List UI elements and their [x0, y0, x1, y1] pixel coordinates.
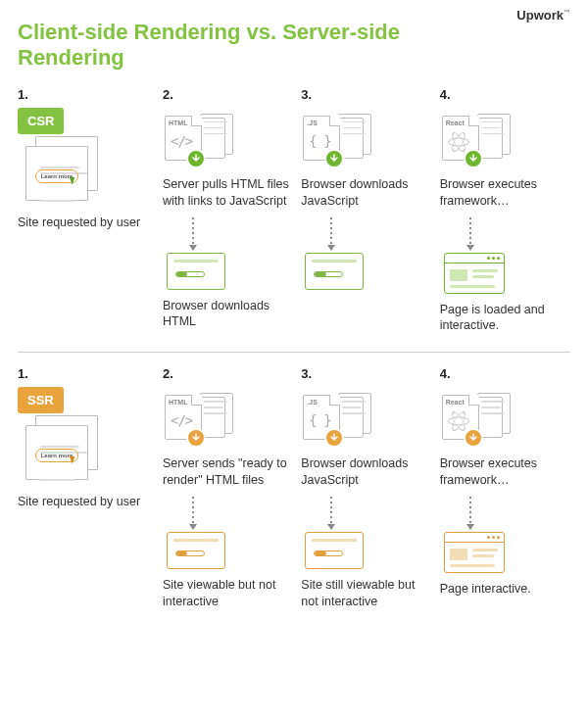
react-atom-icon — [448, 410, 469, 432]
step-caption: Browser downloads HTML — [163, 298, 293, 331]
download-icon — [186, 149, 206, 168]
step-number: 1. — [18, 87, 28, 102]
browser-loading-icon — [167, 532, 225, 569]
csr-badge: CSR — [18, 108, 64, 134]
site-request-icon: Learn more — [18, 415, 98, 486]
section-divider — [18, 352, 570, 353]
csr-step-2: 2. HTML </> Server pulls HTML files with… — [163, 87, 293, 335]
step-caption: Browser downloads JavaScript — [301, 176, 431, 210]
step-number: 3. — [301, 366, 312, 381]
page-loaded-icon — [444, 253, 505, 294]
react-files-icon: React — [440, 389, 516, 444]
arrow-down-icon — [469, 217, 471, 247]
step-number: 1. — [18, 366, 28, 381]
ssr-step-1: 1. SSR Learn more Site requested by user — [18, 366, 155, 610]
arrow-down-icon — [330, 497, 332, 526]
ssr-step-3: 3. .JS { } Browser downloads JavaScript … — [301, 366, 431, 610]
csr-step-4: 4. React Browser executes framework… Pag… — [440, 87, 570, 335]
step-caption: Server sends "ready to render" HTML file… — [163, 455, 293, 489]
site-request-icon: Learn more — [18, 136, 98, 207]
file-label: HTML — [169, 399, 187, 406]
download-icon — [464, 149, 483, 168]
file-label: React — [446, 120, 465, 126]
step-caption: Site viewable but not interactive — [163, 577, 293, 610]
html-files-icon: HTML </> — [163, 389, 239, 444]
ssr-section: 1. SSR Learn more Site requested by user… — [18, 366, 570, 610]
download-icon — [464, 428, 483, 448]
file-label: React — [446, 399, 465, 406]
ssr-step-4: 4. React Browser executes framework… Pag… — [440, 366, 570, 610]
download-icon — [324, 149, 344, 168]
arrow-down-icon — [330, 217, 332, 247]
file-label: HTML — [169, 120, 187, 126]
logo-tm: ™ — [564, 9, 570, 16]
step-caption: Server pulls HTML files with links to Ja… — [163, 176, 293, 210]
braces-glyph-icon: { } — [309, 133, 330, 149]
page-loaded-icon — [444, 532, 505, 573]
braces-glyph-icon: { } — [309, 412, 330, 428]
react-atom-icon — [448, 131, 469, 153]
ssr-step-2: 2. HTML </> Server sends "ready to rende… — [163, 366, 293, 610]
browser-loading-icon — [305, 253, 364, 290]
step-number: 4. — [440, 366, 451, 381]
logo-text: Upwork — [516, 8, 564, 23]
step-number: 2. — [163, 87, 173, 102]
step-caption: Site requested by user — [18, 215, 140, 231]
html-files-icon: HTML </> — [163, 110, 239, 165]
step-number: 2. — [163, 366, 173, 381]
csr-step-1: 1. CSR Learn more Site requested by user — [18, 87, 155, 335]
upwork-logo: Upwork™ — [516, 8, 570, 23]
page-title: Client-side Rendering vs. Server-side Re… — [18, 20, 429, 72]
step-number: 3. — [301, 87, 312, 102]
code-glyph-icon: </> — [171, 412, 192, 428]
csr-step-3: 3. .JS { } Browser downloads JavaScript — [301, 87, 431, 335]
step-caption: Page interactive. — [440, 581, 531, 598]
react-files-icon: React — [440, 110, 516, 165]
step-caption: Site still viewable but not interactive — [301, 577, 431, 610]
step-caption: Page is loaded and interactive. — [440, 302, 570, 335]
step-caption: Site requested by user — [18, 494, 140, 510]
step-caption: Browser executes framework… — [440, 176, 570, 210]
code-glyph-icon: </> — [171, 133, 192, 149]
js-files-icon: .JS { } — [301, 389, 377, 444]
csr-section: 1. CSR Learn more Site requested by user… — [18, 87, 570, 335]
arrow-down-icon — [192, 497, 194, 526]
browser-loading-icon — [305, 532, 364, 569]
step-caption: Browser executes framework… — [440, 455, 570, 489]
arrow-down-icon — [192, 217, 194, 247]
download-icon — [324, 428, 344, 448]
file-label: .JS — [307, 399, 318, 406]
step-number: 4. — [440, 87, 451, 102]
browser-loading-icon — [167, 253, 225, 290]
download-icon — [186, 428, 206, 448]
arrow-down-icon — [469, 497, 471, 526]
ssr-badge: SSR — [18, 387, 64, 413]
file-label: .JS — [307, 120, 318, 126]
step-caption: Browser downloads JavaScript — [301, 455, 431, 489]
js-files-icon: .JS { } — [301, 110, 377, 165]
